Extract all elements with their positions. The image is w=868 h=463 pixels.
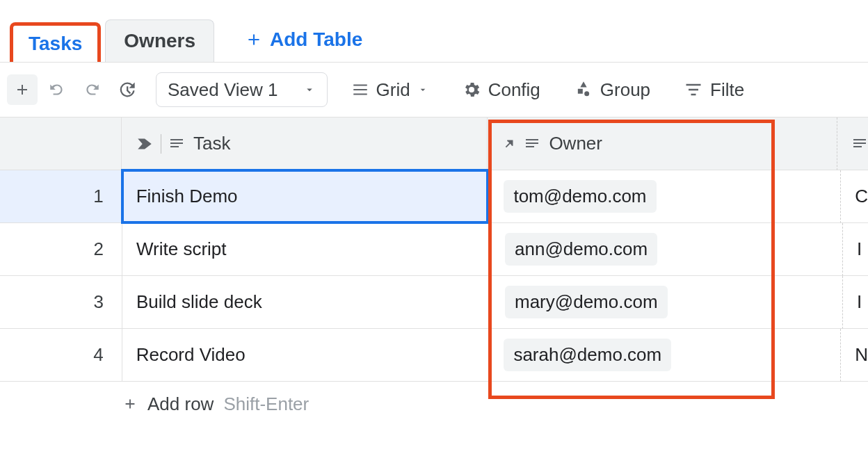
gear-icon <box>462 80 481 99</box>
row-number: 4 <box>0 329 122 382</box>
add-table-button[interactable]: Add Table <box>231 19 376 60</box>
cell-task[interactable]: Write script <box>122 223 491 276</box>
cell-extra[interactable]: I <box>843 276 868 329</box>
config-label: Config <box>488 79 540 101</box>
header-row: Task Owner <box>0 117 868 170</box>
cell-extra[interactable]: C <box>841 170 868 223</box>
tab-tasks[interactable]: Tasks <box>10 22 101 62</box>
cell-task[interactable]: Finish Demo <box>122 170 490 223</box>
add-row-button[interactable]: Add row Shift-Enter <box>0 382 868 426</box>
tabs-bar: Tasks Owners Add Table <box>0 0 868 63</box>
tag-icon <box>136 135 154 153</box>
text-icon <box>168 136 185 152</box>
add-row-label: Add row <box>147 393 214 415</box>
row-number: 3 <box>0 276 122 329</box>
row-number: 2 <box>0 223 122 276</box>
cell-extra[interactable]: N <box>841 329 868 382</box>
cell-owner[interactable]: mary@demo.com <box>491 276 843 329</box>
text-icon <box>524 136 540 152</box>
cell-owner-value: mary@demo.com <box>505 286 668 318</box>
table-row[interactable]: 1 Finish Demo tom@demo.com C <box>0 170 868 223</box>
cell-owner-value: sarah@demo.com <box>504 339 671 371</box>
cell-task[interactable]: Build slide deck <box>122 276 491 329</box>
add-button[interactable] <box>7 74 38 105</box>
column-header-owner-label: Owner <box>549 133 602 154</box>
table-row[interactable]: 2 Write script ann@demo.com I <box>0 223 868 276</box>
undo-button[interactable] <box>42 74 72 105</box>
list-icon <box>351 81 369 99</box>
plus-icon <box>14 81 31 98</box>
undo-icon <box>48 81 66 99</box>
saved-view-label: Saved View 1 <box>168 79 278 101</box>
plus-icon <box>245 31 263 49</box>
shapes-icon <box>574 80 593 99</box>
cell-owner[interactable]: sarah@demo.com <box>490 329 841 382</box>
table-row[interactable]: 3 Build slide deck mary@demo.com I <box>0 276 868 329</box>
redo-button[interactable] <box>77 74 107 105</box>
cell-task[interactable]: Record Video <box>122 329 490 382</box>
filter-icon <box>684 80 703 99</box>
filter-button[interactable]: Filte <box>674 74 754 106</box>
cell-owner-value: tom@demo.com <box>504 180 656 213</box>
arrow-up-right-icon <box>501 136 517 152</box>
plus-icon <box>122 396 138 412</box>
config-button[interactable]: Config <box>452 74 550 106</box>
add-table-label: Add Table <box>270 29 362 51</box>
group-button[interactable]: Group <box>564 74 660 106</box>
history-button[interactable] <box>111 74 142 105</box>
column-header-task[interactable]: Task <box>122 117 488 170</box>
history-icon <box>117 80 136 99</box>
column-header-task-label: Task <box>193 133 230 154</box>
grid-select[interactable]: Grid <box>341 74 438 106</box>
toolbar: Saved View 1 Grid Config Group Filte <box>0 63 868 117</box>
column-header-extra[interactable] <box>837 117 868 170</box>
redo-icon <box>83 81 101 99</box>
column-header-owner[interactable]: Owner <box>488 117 837 170</box>
cell-owner[interactable]: tom@demo.com <box>490 170 841 223</box>
cell-owner-value: ann@demo.com <box>505 233 657 266</box>
group-label: Group <box>600 79 650 101</box>
cell-task-value: Finish Demo <box>136 186 238 207</box>
tab-owners[interactable]: Owners <box>105 19 214 62</box>
cell-owner[interactable]: ann@demo.com <box>491 223 843 276</box>
rownum-header <box>0 117 122 170</box>
chevron-down-icon <box>303 83 316 96</box>
table-row[interactable]: 4 Record Video sarah@demo.com N <box>0 329 868 382</box>
data-grid: Task Owner 1 Finish Demo <box>0 117 868 426</box>
filter-label: Filte <box>710 79 744 101</box>
cell-extra[interactable]: I <box>843 223 868 276</box>
grid-label: Grid <box>376 79 410 101</box>
chevron-down-icon <box>417 84 428 95</box>
text-icon <box>851 136 868 152</box>
add-row-hint: Shift-Enter <box>223 393 309 415</box>
row-number: 1 <box>0 170 122 223</box>
saved-view-select[interactable]: Saved View 1 <box>156 72 328 107</box>
